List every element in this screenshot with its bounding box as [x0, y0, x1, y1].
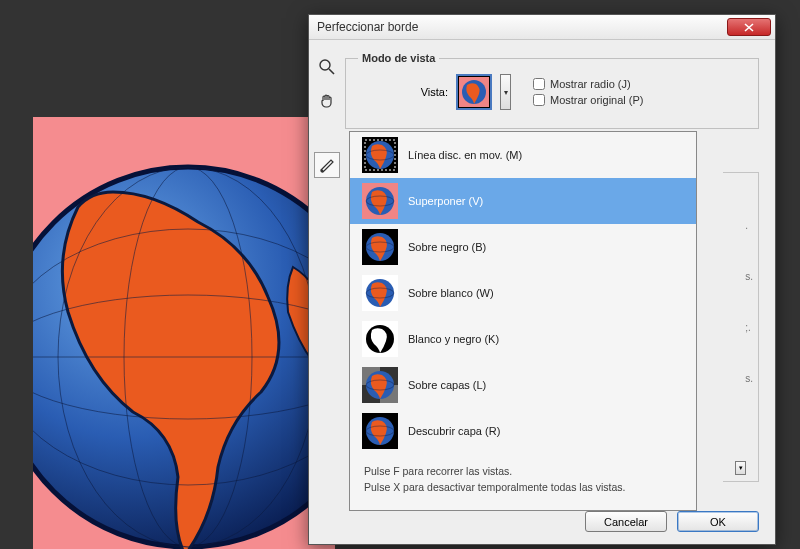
view-mode-swatch[interactable] [456, 74, 492, 110]
view-option-icon [362, 137, 398, 173]
right-strip: ▾ [723, 172, 759, 482]
titlebar[interactable]: Perfeccionar borde [309, 15, 775, 40]
side-markers: .s.;.s. [745, 220, 753, 384]
hand-tool-icon[interactable] [316, 90, 338, 112]
refine-edge-dialog: Perfeccionar borde Modo de vista Vista: [308, 14, 776, 545]
view-option-icon [362, 367, 398, 403]
close-icon [744, 23, 754, 32]
view-mode-legend: Modo de vista [358, 52, 439, 64]
view-option-label: Superponer (V) [408, 195, 483, 207]
view-option-marching[interactable]: Línea disc. en mov. (M) [350, 132, 696, 178]
tool-column [309, 40, 345, 544]
hint-disable: Pulse X para desactivar temporalmente to… [364, 480, 682, 496]
view-option-label: Línea disc. en mov. (M) [408, 149, 522, 161]
cancel-button[interactable]: Cancelar [585, 511, 667, 532]
view-option-layers[interactable]: Sobre capas (L) [350, 362, 696, 408]
brush-icon [319, 157, 335, 173]
show-original-checkbox[interactable]: Mostrar original (P) [533, 94, 644, 106]
view-mode-dropdown-arrow[interactable]: ▾ [500, 74, 511, 110]
view-option-bw[interactable]: Blanco y negro (K) [350, 316, 696, 362]
globe-thumb-icon [459, 77, 489, 107]
view-option-label: Sobre capas (L) [408, 379, 486, 391]
dialog-title: Perfeccionar borde [317, 20, 727, 34]
show-radius-label: Mostrar radio (J) [550, 78, 631, 90]
view-option-label: Descubrir capa (R) [408, 425, 500, 437]
svg-point-6 [320, 60, 330, 70]
strip-dropdown-arrow[interactable]: ▾ [735, 461, 746, 475]
view-mode-dropdown: Línea disc. en mov. (M)Superponer (V)Sob… [349, 131, 697, 511]
close-button[interactable] [727, 18, 771, 36]
refine-brush-tool[interactable] [314, 152, 340, 178]
view-option-icon [362, 321, 398, 357]
zoom-tool-icon[interactable] [316, 56, 338, 78]
view-option-label: Blanco y negro (K) [408, 333, 499, 345]
show-original-input[interactable] [533, 94, 545, 106]
view-option-label: Sobre blanco (W) [408, 287, 494, 299]
view-option-white[interactable]: Sobre blanco (W) [350, 270, 696, 316]
ok-button[interactable]: OK [677, 511, 759, 532]
view-option-overlay[interactable]: Superponer (V) [350, 178, 696, 224]
svg-line-7 [329, 69, 334, 74]
canvas-preview [33, 117, 335, 549]
view-option-black[interactable]: Sobre negro (B) [350, 224, 696, 270]
vista-label: Vista: [358, 86, 448, 98]
show-radius-checkbox[interactable]: Mostrar radio (J) [533, 78, 644, 90]
view-option-label: Sobre negro (B) [408, 241, 486, 253]
show-original-label: Mostrar original (P) [550, 94, 644, 106]
hint-cycle: Pulse F para recorrer las vistas. [364, 464, 682, 480]
globe-image [33, 137, 335, 549]
view-option-icon [362, 229, 398, 265]
show-radius-input[interactable] [533, 78, 545, 90]
view-option-icon [362, 413, 398, 449]
view-option-reveal[interactable]: Descubrir capa (R) [350, 408, 696, 454]
view-option-icon [362, 275, 398, 311]
view-option-icon [362, 183, 398, 219]
view-mode-group: Modo de vista Vista: ▾ Mo [345, 52, 759, 129]
